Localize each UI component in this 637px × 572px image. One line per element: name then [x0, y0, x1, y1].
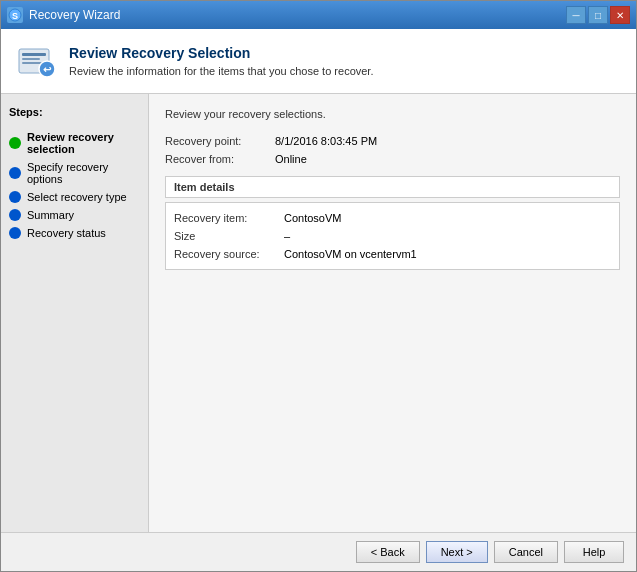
svg-rect-3 — [22, 53, 46, 56]
wizard-footer: < Back Next > Cancel Help — [1, 532, 636, 571]
help-button[interactable]: Help — [564, 541, 624, 563]
page-title: Review Recovery Selection — [69, 45, 373, 61]
next-button[interactable]: Next > — [426, 541, 488, 563]
size-value: – — [284, 230, 290, 242]
title-bar: S Recovery Wizard ─ □ ✕ — [1, 1, 636, 29]
svg-text:↩: ↩ — [43, 64, 52, 75]
header-icon: ↩ — [17, 41, 57, 81]
step-label-0: Review recovery selection — [27, 131, 140, 155]
app-icon: S — [7, 7, 23, 23]
minimize-button[interactable]: ─ — [566, 6, 586, 24]
content-intro: Review your recovery selections. — [165, 108, 620, 120]
recover-from-row: Recover from: Online — [165, 150, 620, 168]
title-bar-left: S Recovery Wizard — [7, 7, 120, 23]
recovery-item-label: Recovery item: — [174, 212, 284, 224]
svg-rect-5 — [22, 62, 42, 64]
close-button[interactable]: ✕ — [610, 6, 630, 24]
recovery-item-value: ContosoVM — [284, 212, 341, 224]
back-button[interactable]: < Back — [356, 541, 420, 563]
size-row: Size – — [174, 227, 611, 245]
recover-from-value: Online — [275, 153, 307, 165]
wizard-window: S Recovery Wizard ─ □ ✕ ↩ Review Recover… — [0, 0, 637, 572]
info-table: Recovery point: 8/1/2016 8:03:45 PM Reco… — [165, 132, 620, 168]
wizard-header-text: Review Recovery Selection Review the inf… — [69, 45, 373, 77]
step-dot-4 — [9, 227, 21, 239]
recovery-point-row: Recovery point: 8/1/2016 8:03:45 PM — [165, 132, 620, 150]
svg-rect-4 — [22, 58, 40, 60]
recovery-item-row: Recovery item: ContosoVM — [174, 209, 611, 227]
recovery-source-row: Recovery source: ContosoVM on vcentervm1 — [174, 245, 611, 263]
recovery-point-label: Recovery point: — [165, 135, 275, 147]
maximize-button[interactable]: □ — [588, 6, 608, 24]
step-dot-0 — [9, 137, 21, 149]
step-dot-3 — [9, 209, 21, 221]
item-details-header: Item details — [165, 176, 620, 198]
recovery-source-label: Recovery source: — [174, 248, 284, 260]
step-label-4: Recovery status — [27, 227, 106, 239]
steps-panel: Steps: Review recovery selection Specify… — [1, 94, 149, 532]
step-item-3: Summary — [9, 206, 140, 224]
step-label-3: Summary — [27, 209, 74, 221]
wizard-body: Steps: Review recovery selection Specify… — [1, 94, 636, 532]
recover-from-label: Recover from: — [165, 153, 275, 165]
recovery-point-value: 8/1/2016 8:03:45 PM — [275, 135, 377, 147]
content-panel: Review your recovery selections. Recover… — [149, 94, 636, 532]
step-label-1: Specify recovery options — [27, 161, 140, 185]
step-item-2: Select recovery type — [9, 188, 140, 206]
step-dot-2 — [9, 191, 21, 203]
step-label-2: Select recovery type — [27, 191, 127, 203]
cancel-button[interactable]: Cancel — [494, 541, 558, 563]
step-item-1: Specify recovery options — [9, 158, 140, 188]
steps-title: Steps: — [9, 106, 140, 118]
step-dot-1 — [9, 167, 21, 179]
page-subtitle: Review the information for the items tha… — [69, 65, 373, 77]
wizard-header: ↩ Review Recovery Selection Review the i… — [1, 29, 636, 94]
title-controls: ─ □ ✕ — [566, 6, 630, 24]
svg-text:S: S — [12, 11, 18, 21]
window-title: Recovery Wizard — [29, 8, 120, 22]
recovery-source-value: ContosoVM on vcentervm1 — [284, 248, 417, 260]
step-item-0: Review recovery selection — [9, 128, 140, 158]
step-item-4: Recovery status — [9, 224, 140, 242]
size-label: Size — [174, 230, 284, 242]
item-details-box: Recovery item: ContosoVM Size – Recovery… — [165, 202, 620, 270]
